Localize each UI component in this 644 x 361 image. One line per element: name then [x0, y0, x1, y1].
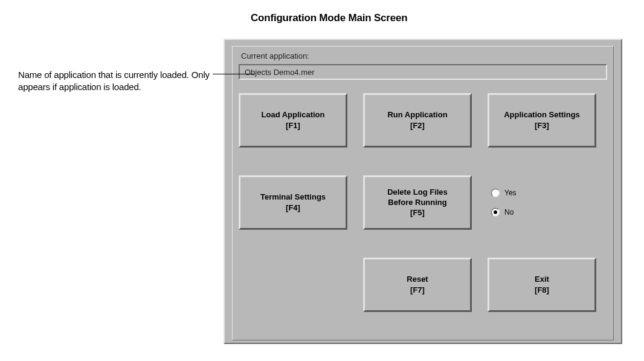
button-label: Exit [535, 275, 549, 284]
load-application-button[interactable]: Load Application [F1] [239, 93, 347, 148]
current-application-field: Objects Demo4.mer [239, 64, 607, 80]
page-heading: Configuration Mode Main Screen [251, 12, 626, 24]
button-fkey: [F7] [410, 285, 425, 295]
annotation-callout: Name of application that is currently lo… [18, 69, 224, 94]
config-main-screen: Current application: Objects Demo4.mer L… [224, 39, 622, 344]
delete-log-files-button[interactable]: Delete Log Files Before Running [F5] [363, 175, 472, 230]
exit-button[interactable]: Exit [F8] [488, 258, 596, 312]
current-application-label: Current application: [241, 51, 607, 60]
radio-no-label: No [504, 208, 514, 216]
terminal-settings-button[interactable]: Terminal Settings [F4] [239, 175, 347, 230]
button-fkey: [F1] [286, 121, 300, 131]
button-fkey: [F4] [286, 203, 300, 213]
button-label: Application Settings [504, 110, 580, 120]
annotation-leader-line [213, 74, 255, 74]
radio-no[interactable]: No [491, 208, 596, 216]
config-main-inner: Current application: Objects Demo4.mer L… [232, 46, 614, 340]
button-fkey: [F8] [535, 285, 549, 295]
button-label: Terminal Settings [260, 192, 326, 202]
button-label: Run Application [387, 110, 447, 120]
reset-button[interactable]: Reset [F7] [363, 258, 472, 312]
radio-yes[interactable]: Yes [491, 189, 596, 197]
delete-log-radio-group: Yes No [488, 175, 596, 230]
button-label: Reset [407, 275, 428, 284]
button-fkey: [F5] [410, 208, 425, 218]
button-fkey: [F3] [535, 121, 549, 131]
run-application-button[interactable]: Run Application [F2] [363, 93, 472, 148]
radio-icon [491, 208, 500, 216]
radio-yes-label: Yes [504, 189, 517, 197]
application-settings-button[interactable]: Application Settings [F3] [488, 93, 596, 148]
radio-icon [491, 189, 500, 197]
button-fkey: [F2] [410, 121, 425, 131]
button-label: Delete Log Files [387, 187, 448, 197]
button-label: Load Application [262, 110, 325, 120]
button-label-line2: Before Running [388, 198, 447, 207]
